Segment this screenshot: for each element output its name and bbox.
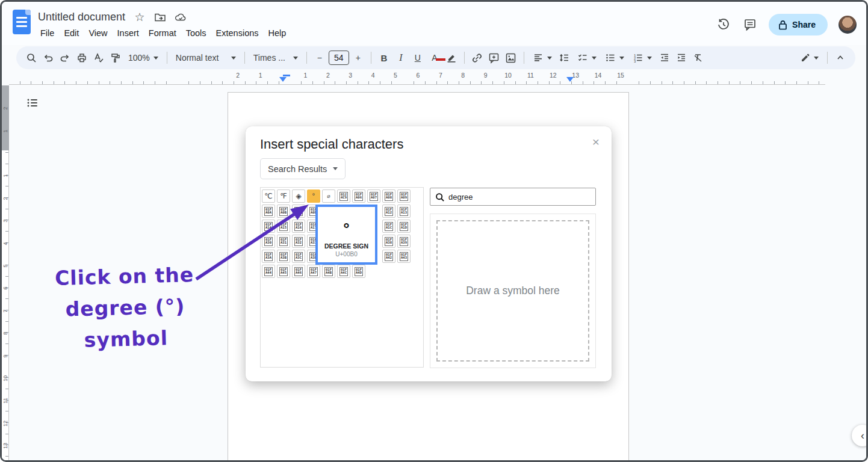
left-indent-marker[interactable] xyxy=(279,77,287,82)
char-cell[interactable]: 01F A12 xyxy=(382,205,395,218)
first-line-indent-marker[interactable] xyxy=(283,75,290,76)
side-panel-toggle-button[interactable]: ‹ xyxy=(852,425,868,446)
menu-insert[interactable]: Insert xyxy=(113,26,144,40)
font-select[interactable]: Times ... xyxy=(250,50,302,66)
increase-indent-icon[interactable] xyxy=(674,50,689,66)
redo-icon[interactable] xyxy=(57,50,73,66)
char-cell[interactable]: 01F A42 xyxy=(382,250,395,263)
editing-mode-select[interactable] xyxy=(796,50,822,66)
char-cell[interactable]: 01F A39 xyxy=(397,235,411,248)
insert-image-icon[interactable] xyxy=(503,50,519,66)
character-search-input[interactable] xyxy=(448,192,581,202)
char-cell[interactable]: 01F A31 xyxy=(277,235,290,248)
char-cell[interactable]: 01F A09 xyxy=(397,189,411,203)
char-cell[interactable]: 01F A43 xyxy=(397,250,411,263)
char-cell[interactable]: 01F A46 xyxy=(292,265,305,278)
missing-glyph-box: 01F A45 xyxy=(279,267,288,276)
underline-button[interactable]: U xyxy=(410,50,426,66)
menu-format[interactable]: Format xyxy=(144,26,181,40)
google-docs-logo-icon[interactable] xyxy=(13,10,31,34)
align-select[interactable] xyxy=(529,50,556,66)
char-cell[interactable]: ℉ xyxy=(277,189,290,203)
vertical-ruler[interactable]: 2112345678910111213 xyxy=(2,85,9,460)
menu-file[interactable]: File xyxy=(36,26,59,40)
cloud-status-icon[interactable] xyxy=(175,11,187,23)
char-cell[interactable]: 01F A4C xyxy=(337,265,350,278)
share-button[interactable]: Share xyxy=(769,14,828,35)
menu-view[interactable]: View xyxy=(84,26,112,40)
numbered-list-select[interactable]: 1 2 3 xyxy=(629,50,656,66)
document-outline-icon[interactable] xyxy=(25,95,40,111)
char-cell[interactable]: 01F A44 xyxy=(262,265,275,278)
horizontal-ruler[interactable]: 21123456789101112131415 xyxy=(9,69,825,85)
char-cell[interactable]: ℃ xyxy=(262,189,275,203)
clear-formatting-icon[interactable] xyxy=(690,50,706,66)
paint-format-icon[interactable] xyxy=(108,50,123,66)
char-cell[interactable]: 01F A3A xyxy=(262,250,275,263)
char-cell[interactable]: 01F A07 xyxy=(367,189,380,203)
char-cell[interactable]: 01F A32 xyxy=(292,235,305,248)
char-cell[interactable]: 01F A0A xyxy=(262,205,275,218)
increase-font-size-button[interactable]: + xyxy=(350,50,366,66)
document-title[interactable]: Untitled document xyxy=(38,11,125,23)
char-cell[interactable]: 01F A4B xyxy=(322,265,335,278)
preview-codepoint: U+00B0 xyxy=(335,251,357,257)
char-cell[interactable]: 01F A30 xyxy=(262,235,275,248)
bold-button[interactable]: B xyxy=(376,50,392,66)
char-cell[interactable]: 01F A06 xyxy=(352,189,365,203)
right-indent-marker[interactable] xyxy=(566,77,574,82)
star-icon[interactable]: ☆ xyxy=(134,11,146,23)
category-dropdown[interactable]: Search Results xyxy=(260,158,346,179)
missing-glyph-box: 01F A4B xyxy=(324,267,333,276)
highlight-color-icon[interactable] xyxy=(444,50,459,66)
char-cell[interactable]: 01F A13 xyxy=(397,205,411,218)
char-cell[interactable]: 01F A47 xyxy=(307,265,320,278)
char-cell[interactable]: 01F A4D xyxy=(352,265,365,278)
draw-symbol-area[interactable]: Draw a symbol here xyxy=(430,214,596,368)
search-menus-icon[interactable] xyxy=(23,50,39,66)
chevron-down-icon xyxy=(592,57,597,60)
menu-extensions[interactable]: Extensions xyxy=(211,26,264,40)
char-cell[interactable]: ◈ xyxy=(292,189,305,203)
char-cell[interactable]: 01F A45 xyxy=(277,265,290,278)
checklist-select[interactable] xyxy=(574,50,600,66)
char-cell-degree-selected[interactable]: ° xyxy=(307,189,320,203)
char-cell[interactable]: 01F A3B xyxy=(277,250,290,263)
close-icon[interactable]: × xyxy=(590,132,602,152)
font-size-input[interactable]: 54 xyxy=(329,51,349,65)
char-cell[interactable]: 01F A3C xyxy=(292,250,305,263)
decrease-font-size-button[interactable]: − xyxy=(312,50,327,66)
zoom-select[interactable]: 100% xyxy=(125,50,162,66)
char-cell[interactable]: 01F A0B xyxy=(277,205,290,218)
char-cell[interactable]: 01F A1C xyxy=(382,220,395,233)
char-cell[interactable]: 01F A15 xyxy=(277,220,290,233)
char-cell[interactable]: 01F A08 xyxy=(382,189,395,203)
menu-help[interactable]: Help xyxy=(264,26,291,40)
decrease-indent-icon[interactable] xyxy=(657,50,672,66)
char-cell[interactable]: 01F A38 xyxy=(382,235,395,248)
bulleted-list-select[interactable] xyxy=(601,50,628,66)
char-cell[interactable]: 012 4C9 xyxy=(337,189,350,203)
paragraph-style-select[interactable]: Normal text xyxy=(172,50,240,66)
undo-icon[interactable] xyxy=(40,50,56,66)
account-avatar[interactable] xyxy=(839,16,857,34)
chevron-down-icon xyxy=(547,57,552,60)
italic-button[interactable]: I xyxy=(393,50,409,66)
line-spacing-icon[interactable] xyxy=(557,50,572,66)
char-cell[interactable]: 01F A1D xyxy=(397,220,411,233)
text-color-button[interactable]: A xyxy=(427,50,442,66)
char-cell[interactable]: 01F A0C xyxy=(292,205,305,218)
version-history-icon[interactable] xyxy=(716,17,731,32)
menu-edit[interactable]: Edit xyxy=(59,26,84,40)
insert-link-icon[interactable] xyxy=(470,50,485,66)
char-cell[interactable]: 01F A16 xyxy=(292,220,305,233)
menu-tools[interactable]: Tools xyxy=(181,26,211,40)
hide-menus-button[interactable] xyxy=(832,50,848,66)
move-folder-icon[interactable] xyxy=(154,11,166,23)
print-icon[interactable] xyxy=(74,50,90,66)
add-comment-icon[interactable] xyxy=(486,50,502,66)
spelling-check-icon[interactable] xyxy=(91,50,107,66)
comments-icon[interactable] xyxy=(742,17,758,32)
char-cell[interactable]: 01F A14 xyxy=(262,220,275,233)
char-cell[interactable]: ⌀ xyxy=(322,189,335,203)
